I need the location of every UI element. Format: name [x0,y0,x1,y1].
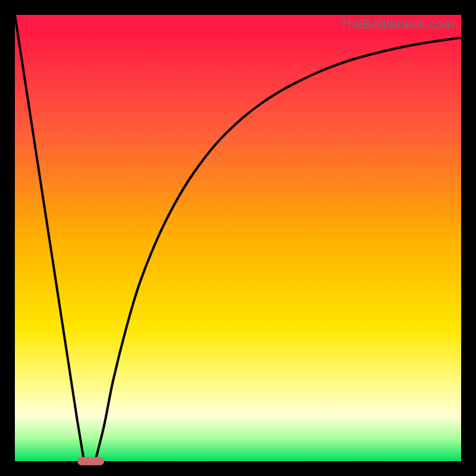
right-curve [95,37,461,461]
chart-container: TheBottleneck.com [0,0,476,476]
left-curve [15,15,84,461]
curves-svg [15,15,461,461]
bottleneck-marker [77,457,104,465]
plot-area: TheBottleneck.com [15,15,461,461]
